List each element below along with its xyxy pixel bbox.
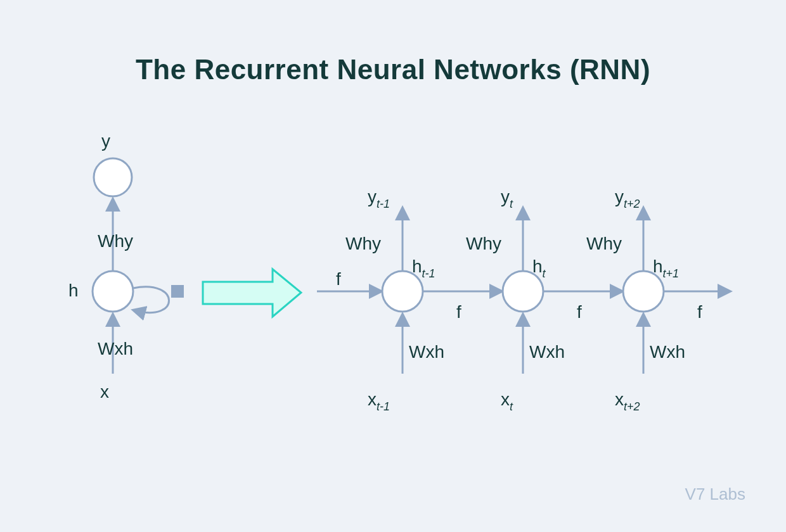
label-wxh-1: Wxh <box>409 342 444 362</box>
node-h-t <box>503 271 543 312</box>
label-x-1: xt-1 <box>368 390 390 413</box>
node-h-t-1 <box>382 271 423 312</box>
label-x-3: xt+2 <box>615 390 640 413</box>
label-f-0: f <box>336 269 341 289</box>
label-x: x <box>100 382 109 402</box>
label-y-3: yt+2 <box>615 187 640 210</box>
label-why-1: Why <box>345 234 381 253</box>
label-x-2: xt <box>501 390 513 413</box>
label-wxh: Wxh <box>98 339 133 358</box>
node-h <box>93 271 133 312</box>
credit-label: V7 Labs <box>685 484 745 504</box>
label-f-2: f <box>577 302 582 322</box>
expand-arrow-icon <box>203 269 301 317</box>
label-f-3: f <box>697 302 702 322</box>
label-y: y <box>101 131 110 151</box>
label-why: Why <box>98 231 133 251</box>
node-y <box>94 158 132 196</box>
label-why-3: Why <box>586 234 622 253</box>
node-h-t-plus-1 <box>623 271 664 312</box>
label-why-2: Why <box>466 234 501 253</box>
label-wxh-2: Wxh <box>529 342 565 362</box>
label-y-1: yt-1 <box>368 187 390 210</box>
label-h: h <box>68 281 79 300</box>
label-f-1: f <box>456 302 461 322</box>
label-y-2: yt <box>501 187 513 210</box>
edge-recurrent-loop <box>133 287 169 313</box>
rnn-diagram: y Why h Wxh x f yt-1 Why ht-1 f Wxh xt-1… <box>0 0 786 532</box>
label-wxh-3: Wxh <box>650 342 685 362</box>
loop-block-icon <box>171 285 184 298</box>
